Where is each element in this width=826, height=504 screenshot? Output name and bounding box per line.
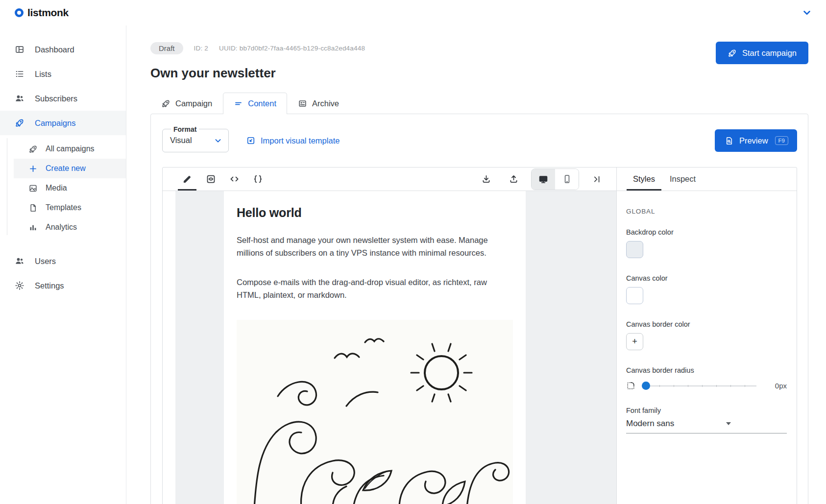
sidebar-item-settings[interactable]: Settings: [0, 273, 126, 298]
sidebar-item-analytics[interactable]: Analytics: [0, 217, 126, 237]
download-icon: [481, 174, 491, 184]
campaign-uuid: UUID: bb7d0bf2-7faa-4465-b129-cc8a2ed4a4…: [219, 45, 365, 52]
users-icon: [15, 256, 24, 266]
start-campaign-button[interactable]: Start campaign: [716, 42, 808, 64]
text-lines-icon: [234, 99, 243, 108]
backdrop-color-swatch[interactable]: [626, 241, 643, 258]
shortcut-badge: F9: [775, 136, 788, 145]
border-radius-icon: [626, 381, 635, 390]
email-doodle-image[interactable]: [237, 320, 513, 504]
editor-canvas[interactable]: Hello world Self-host and manage your ow…: [163, 191, 616, 504]
plus-icon: [28, 164, 38, 173]
gear-icon: [15, 281, 24, 290]
collapse-panel-button[interactable]: [587, 174, 607, 184]
desktop-monitor-icon: [538, 174, 549, 185]
slider-handle[interactable]: [642, 382, 650, 390]
email-paragraph[interactable]: Self-host and manage your own newsletter…: [237, 234, 513, 259]
canvas-border-color-label: Canvas border color: [626, 320, 787, 328]
upload-button[interactable]: [504, 174, 523, 184]
styles-panel-tabs: Styles Inspect: [616, 168, 797, 191]
pencil-icon: [182, 174, 192, 184]
tab-content[interactable]: Content: [223, 93, 287, 114]
email-document[interactable]: Hello world Self-host and manage your ow…: [224, 191, 526, 504]
desktop-view-button[interactable]: [532, 169, 555, 190]
select-caret-icon: [726, 422, 731, 425]
sidebar-item-label: Create new: [46, 164, 86, 173]
font-family-label: Font family: [626, 407, 787, 414]
mobile-view-button[interactable]: [555, 169, 579, 190]
border-radius-value: 0px: [775, 382, 787, 390]
font-family-select[interactable]: Modern sans: [626, 419, 787, 433]
canvas-color-label: Canvas color: [626, 274, 787, 282]
rocket-icon: [28, 144, 38, 154]
format-label: Format: [171, 125, 199, 133]
sidebar-item-users[interactable]: Users: [0, 249, 126, 273]
analytics-chart-icon: [28, 223, 38, 232]
device-toggle: [531, 168, 579, 190]
sidebar-item-all-campaigns[interactable]: All campaigns: [0, 139, 126, 159]
file-import-icon: [246, 136, 256, 145]
preview-mode-button[interactable]: [201, 168, 220, 191]
tab-archive[interactable]: Archive: [287, 93, 350, 114]
main-content: Draft ID: 2 UUID: bb7d0bf2-7faa-4465-b12…: [126, 25, 826, 504]
sidebar-item-templates[interactable]: Templates: [0, 198, 126, 217]
slider-ticks: [646, 385, 754, 387]
sidebar-item-dashboard[interactable]: Dashboard: [0, 37, 126, 62]
preview-button[interactable]: Preview F9: [715, 129, 797, 152]
sidebar-item-lists[interactable]: Lists: [0, 62, 126, 86]
visual-editor: Styles Inspect Hello world Self-host and…: [162, 167, 797, 504]
tab-campaign[interactable]: Campaign: [150, 93, 223, 114]
upload-icon: [509, 174, 519, 184]
sidebar-item-label: Lists: [35, 70, 51, 79]
sidebar-item-campaigns[interactable]: Campaigns: [0, 111, 126, 135]
template-file-icon: [28, 203, 38, 213]
smartphone-icon: [562, 174, 572, 184]
email-paragraph[interactable]: Compose e-mails with the drag-and-drop v…: [237, 276, 513, 301]
campaigns-submenu: All campaigns Create new Media Templates: [0, 135, 126, 242]
sidebar-item-media[interactable]: Media: [0, 178, 126, 198]
sidebar: Dashboard Lists Subscribers Campaigns: [0, 25, 126, 504]
campaign-tabs: Campaign Content Archive: [150, 93, 808, 114]
json-braces-button[interactable]: [248, 168, 267, 191]
canvas-border-radius-label: Canvas border radius: [626, 366, 787, 374]
chevron-right-to-bar-icon: [592, 174, 602, 184]
sidebar-item-create-new[interactable]: Create new: [14, 159, 126, 178]
canvas-gutter: [163, 191, 175, 504]
account-menu-chevron-down-icon[interactable]: [802, 7, 812, 18]
sidebar-item-label: Media: [46, 184, 67, 192]
edit-mode-button[interactable]: [177, 168, 197, 191]
rocket-icon: [728, 48, 737, 58]
html-code-button[interactable]: [224, 168, 244, 191]
canvas-border-color-add-button[interactable]: +: [626, 333, 643, 350]
format-field: Format Visual: [162, 125, 229, 152]
page-title: Own your newsletter: [150, 66, 808, 81]
lists-icon: [15, 69, 24, 79]
email-heading[interactable]: Hello world: [237, 206, 513, 220]
import-visual-template-link[interactable]: Import visual template: [246, 136, 340, 145]
sidebar-item-label: Templates: [46, 203, 81, 212]
download-button[interactable]: [476, 174, 496, 184]
subscribers-icon: [15, 94, 24, 103]
section-heading: GLOBAL: [626, 208, 787, 215]
border-radius-slider[interactable]: [642, 382, 756, 390]
styles-panel: GLOBAL Backdrop color Canvas color Canva…: [616, 191, 797, 504]
sidebar-item-subscribers[interactable]: Subscribers: [0, 86, 126, 111]
sidebar-item-label: Campaigns: [35, 119, 75, 128]
tab-inspect[interactable]: Inspect: [662, 168, 703, 191]
format-select[interactable]: Visual: [170, 133, 222, 148]
sidebar-item-label: All campaigns: [46, 144, 95, 153]
rocket-icon: [161, 99, 170, 108]
sidebar-item-label: Settings: [35, 281, 64, 290]
listmonk-logo[interactable]: listmonk: [15, 7, 69, 19]
listmonk-logo-icon: [15, 8, 24, 17]
media-image-icon: [28, 184, 38, 193]
eye-box-icon: [206, 174, 216, 184]
campaign-id: ID: 2: [194, 45, 209, 52]
code-icon: [229, 174, 240, 184]
canvas-color-swatch[interactable]: [626, 287, 643, 304]
tab-styles[interactable]: Styles: [626, 168, 662, 191]
sidebar-item-label: Subscribers: [35, 94, 77, 103]
newspaper-icon: [298, 99, 307, 108]
backdrop-color-label: Backdrop color: [626, 228, 787, 236]
dashboard-icon: [15, 45, 24, 54]
